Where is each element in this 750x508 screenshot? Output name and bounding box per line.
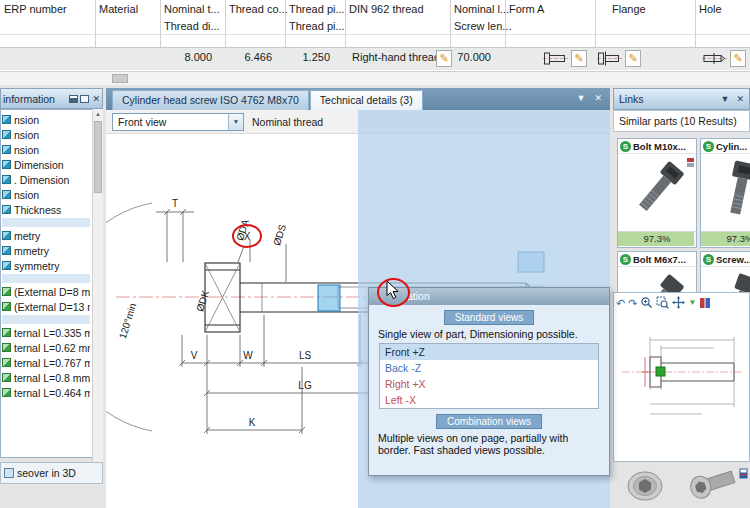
flange-icon[interactable] <box>597 50 622 67</box>
zoom-in-icon[interactable] <box>640 296 653 309</box>
col-header-material[interactable]: Material <box>99 3 138 15</box>
supplier-icon: S <box>703 141 714 152</box>
parameter-list-item[interactable]: ternal L=0.8 mm D <box>2 370 90 385</box>
col-header-din962[interactable]: DIN 962 thread <box>349 3 424 15</box>
scrollbar-thumb[interactable] <box>94 121 102 193</box>
view-option[interactable]: Right +X <box>380 376 598 392</box>
parameter-label: Thickness <box>14 204 61 216</box>
mouseover-3d-label: seover in 3D <box>17 467 76 479</box>
parameter-list-item[interactable]: (External D=8 mm, <box>2 284 90 299</box>
parameter-list-item[interactable] <box>2 218 90 227</box>
chevron-down-icon[interactable]: ▼ <box>228 114 243 130</box>
cell-screw-length[interactable]: 70.000 <box>450 51 491 63</box>
parameter-table: ERP number Material Nominal t... Thread … <box>0 0 750 85</box>
parameter-list-item[interactable]: Thickness <box>2 202 90 217</box>
tab-technical-details[interactable]: Technical details (3) <box>310 90 423 110</box>
close-icon[interactable]: ✕ <box>736 94 744 104</box>
col-header-thread-pi[interactable]: Thread pi... <box>289 3 345 15</box>
preview-toolbar: ↶ ↷ ▼ <box>614 293 749 312</box>
parameter-list-item[interactable]: nsion <box>2 112 90 127</box>
dim-label-w: W <box>243 350 253 361</box>
form-a-icon[interactable] <box>543 50 568 67</box>
parameter-list-item[interactable]: nsion <box>2 127 90 142</box>
standard-views-text: Single view of part, Dimensioning possib… <box>378 328 600 340</box>
pan-icon[interactable] <box>672 296 685 309</box>
scrollbar-thumb[interactable] <box>112 74 128 83</box>
parameter-label: nsion <box>14 129 39 141</box>
screw-render <box>701 154 750 228</box>
list-vertical-scrollbar[interactable]: ▲ ▼ <box>92 109 103 484</box>
dim-label-ls: LS <box>299 350 312 361</box>
similar-parts-label: Similar parts (10 Results) <box>619 115 737 127</box>
parameter-list-item[interactable] <box>2 315 90 324</box>
close-icon[interactable]: ✕ <box>92 95 100 103</box>
cell-thread-pitch[interactable]: 1.250 <box>285 51 330 63</box>
view-options-chevron-icon[interactable]: ▼ <box>688 297 696 309</box>
col-header-thread-co[interactable]: Thread co... <box>229 3 288 15</box>
highlight-handle[interactable] <box>656 367 665 376</box>
col-header-flange[interactable]: Flange <box>612 3 646 15</box>
undo-icon[interactable]: ↶ <box>616 297 625 309</box>
document-tabbar: Cylinder head screw ISO 4762 M8x70 Techn… <box>106 88 610 110</box>
parameter-list-item[interactable]: metry <box>2 228 90 243</box>
tab-close-icon[interactable]: ✕ <box>594 93 602 103</box>
parameter-list-item[interactable]: ternal L=0.335 mm <box>2 325 90 340</box>
redo-icon[interactable]: ↷ <box>628 297 637 309</box>
edit-pencil-button[interactable]: ✎ <box>571 50 587 67</box>
similar-part-card[interactable]: S Bolt M10x... <box>617 138 697 248</box>
scroll-up-icon[interactable]: ▲ <box>93 111 103 117</box>
parameter-list-item[interactable]: ternal L=0.464 mm <box>2 385 90 400</box>
parameter-list-item[interactable]: . Dimension <box>2 172 90 187</box>
tab-list-chevron-icon[interactable]: ▼ <box>577 93 586 103</box>
combination-views-badge: Combination views <box>436 414 542 429</box>
parameter-list-item[interactable]: symmetry <box>2 258 90 273</box>
mouseover-3d-toggle[interactable]: seover in 3D <box>0 462 103 484</box>
chevron-down-icon[interactable]: ▼ <box>721 94 730 104</box>
similar-parts-header[interactable]: Similar parts (10 Results) <box>613 110 750 132</box>
parameter-list-item[interactable]: Dimension <box>2 157 90 172</box>
part-thumbnail[interactable] <box>683 465 741 506</box>
cube-3d-icon <box>4 468 14 478</box>
col-header-nominal-l[interactable]: Nominal l... <box>454 3 509 15</box>
part-card-header: S Bolt M6x7... <box>618 252 696 267</box>
cell-thread-core[interactable]: 6.466 <box>225 51 272 63</box>
col-header-form-a[interactable]: Form A <box>509 3 544 15</box>
view-option[interactable]: Front +Z <box>380 344 598 360</box>
edit-pencil-button[interactable]: ✎ <box>730 50 746 67</box>
col-header-hole[interactable]: Hole <box>699 3 722 15</box>
parameter-list-item[interactable]: ternal L=0.767 mm <box>2 355 90 370</box>
parameter-list-item[interactable]: ternal L=0.62 mm D <box>2 340 90 355</box>
supplier-icon: S <box>703 254 714 265</box>
edit-pencil-button[interactable]: ✎ <box>625 50 641 67</box>
part-preview-pane[interactable]: ↶ ↷ ▼ <box>613 292 750 462</box>
parameter-icon <box>2 205 11 214</box>
view-option[interactable]: Left -X <box>380 392 598 408</box>
zoom-window-icon[interactable] <box>656 296 669 309</box>
status-flag-icon <box>687 158 694 167</box>
cell-din962-thread[interactable]: Right-hand thread <box>352 51 440 63</box>
view-option[interactable]: Back -Z <box>380 360 598 376</box>
cell-thread-diameter[interactable]: 8.000 <box>160 51 212 63</box>
parameter-list-item[interactable] <box>2 274 90 283</box>
parameter-list-item[interactable]: nsion <box>2 187 90 202</box>
parameter-list-item[interactable]: mmetry <box>2 243 90 258</box>
view-select-dropdown[interactable]: Front view ▼ <box>112 113 244 131</box>
dim-label-lg: LG <box>298 380 312 391</box>
tab-label: Technical details (3) <box>320 94 413 106</box>
parameter-icon <box>2 145 11 154</box>
similar-part-card[interactable]: S Cylin... <box>700 138 750 248</box>
table-horizontal-scrollbar[interactable] <box>0 71 750 85</box>
col-header-nominal-t[interactable]: Nominal t... <box>164 3 220 15</box>
part-thumbnail[interactable] <box>615 465 679 506</box>
parameter-list-item[interactable]: (External D=13 mm <box>2 299 90 314</box>
axes-icon[interactable] <box>699 297 711 309</box>
dim-label-t: T <box>172 198 178 209</box>
parameter-label: mmetry <box>14 245 49 257</box>
float-window-icon[interactable] <box>80 95 89 103</box>
information-panel-titlebar: information ✕ <box>0 88 103 109</box>
parameter-list-item[interactable]: nsion <box>2 142 90 157</box>
col-header-erp[interactable]: ERP number <box>4 3 67 15</box>
tab-part[interactable]: Cylinder head screw ISO 4762 M8x70 <box>112 90 309 110</box>
hole-icon[interactable] <box>702 50 727 67</box>
pin-icon[interactable] <box>69 95 78 103</box>
